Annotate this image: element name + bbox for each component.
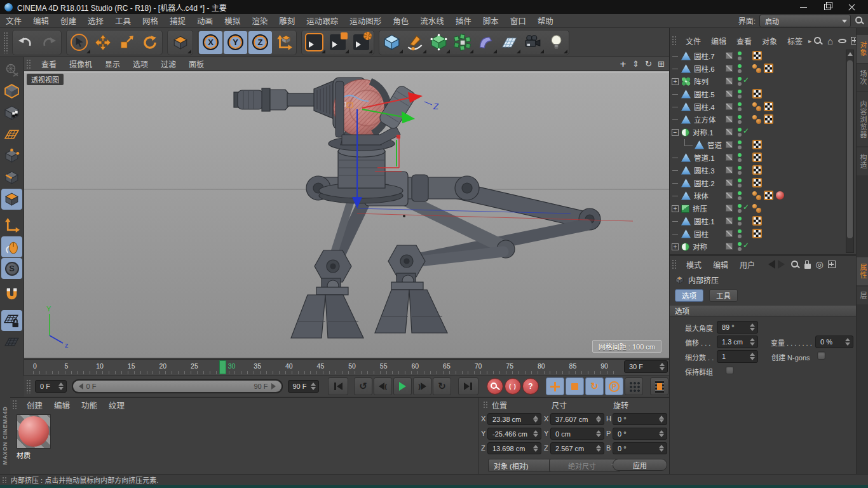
object-manager-drag-handle[interactable] — [672, 36, 677, 46]
layer-box[interactable] — [726, 52, 733, 59]
visibility-dots[interactable] — [738, 191, 742, 200]
play-button[interactable] — [393, 377, 412, 395]
enabled-check-icon[interactable]: ✓ — [743, 126, 749, 135]
uvw-tag-icon[interactable] — [764, 191, 773, 200]
menu-item[interactable]: 脚本 — [477, 15, 505, 27]
open-timeline-button[interactable] — [650, 377, 668, 395]
tweak-mode-button[interactable] — [1, 236, 22, 257]
lock-z-axis-button[interactable]: Z — [248, 31, 272, 54]
layer-box[interactable] — [726, 154, 733, 161]
menu-item[interactable]: 用户 — [734, 259, 761, 270]
uvw-tag-icon[interactable] — [752, 178, 762, 187]
scale-button[interactable] — [114, 31, 138, 54]
texture-mode-button[interactable] — [1, 102, 22, 123]
menu-item[interactable]: 编辑 — [27, 15, 55, 27]
apply-button[interactable]: 应用 — [613, 459, 667, 471]
offset-field[interactable]: 1.3 cm — [717, 336, 758, 348]
search-icon[interactable] — [813, 36, 824, 46]
object-name[interactable]: 管道 — [707, 140, 722, 150]
layer-box[interactable] — [726, 65, 733, 72]
timeline-playhead[interactable] — [219, 360, 226, 374]
object-name[interactable]: 圆柱 — [694, 229, 709, 239]
search-icon[interactable] — [855, 16, 864, 25]
go-to-previous-key-button[interactable]: ↺ — [354, 377, 372, 395]
attribute-drag-handle[interactable] — [672, 259, 677, 269]
range-start-spinner[interactable]: 0 F — [35, 380, 67, 393]
add-panel-icon[interactable] — [826, 259, 837, 270]
toggle-views-icon[interactable]: ⊞ — [656, 58, 667, 69]
enable-axis-button[interactable] — [1, 215, 22, 236]
key-scale-button[interactable] — [566, 377, 584, 395]
layer-box[interactable] — [726, 243, 733, 250]
lock-workplane-button[interactable] — [1, 310, 22, 331]
max-angle-field[interactable]: 89 ° — [717, 321, 758, 334]
add-cube-primitive-button[interactable] — [380, 31, 403, 54]
model-mode-button[interactable] — [1, 81, 22, 102]
close-button[interactable] — [839, 0, 864, 14]
menu-item[interactable]: 网格 — [137, 15, 164, 27]
enable-snap-button[interactable] — [1, 284, 22, 305]
visibility-dots[interactable] — [738, 242, 742, 251]
layer-box[interactable] — [726, 103, 733, 110]
visibility-dots[interactable] — [738, 153, 742, 162]
add-environment-floor-button[interactable] — [498, 31, 521, 54]
object-row[interactable]: 立方体 — [670, 113, 845, 126]
object-name[interactable]: 圆柱.1 — [694, 216, 715, 226]
object-row[interactable]: 管道 — [670, 139, 845, 151]
menu-item[interactable]: 角色 — [387, 15, 414, 27]
position-y-field[interactable]: -25.466 cm — [487, 428, 541, 440]
view-name-label[interactable]: 透视视图 — [27, 74, 64, 85]
render-view-button[interactable] — [302, 31, 326, 54]
menu-item[interactable]: 编辑 — [706, 36, 731, 46]
keyframe-help-button[interactable]: ? — [522, 378, 539, 395]
layer-box[interactable] — [726, 166, 733, 173]
object-name[interactable]: 管道.1 — [694, 152, 715, 163]
object-row[interactable]: 圆柱.2 — [670, 177, 845, 189]
menu-item[interactable]: 编辑 — [707, 259, 734, 270]
menu-item[interactable]: 创建 — [21, 399, 48, 411]
subdivision-field[interactable]: 1 — [717, 350, 758, 363]
expand-toggle[interactable]: − — [672, 129, 679, 136]
lock-icon[interactable] — [802, 259, 813, 270]
add-spline-pen-button[interactable] — [403, 31, 427, 54]
restore-button[interactable] — [815, 0, 839, 14]
object-row[interactable]: 圆柱.1 — [670, 215, 845, 227]
add-subdivision-surface-button[interactable] — [427, 31, 451, 54]
uvw-tag-icon[interactable] — [752, 165, 762, 175]
undo-button[interactable] — [13, 31, 37, 54]
visibility-dots[interactable] — [738, 217, 742, 226]
autokey-button[interactable]: ( ) — [505, 378, 521, 395]
range-end-spinner[interactable]: 90 F — [288, 380, 320, 393]
object-name[interactable]: 圆柱.5 — [694, 89, 715, 99]
status-drag-handle[interactable] — [2, 477, 8, 483]
menu-item[interactable]: 帮助 — [532, 15, 559, 27]
more-arrow-icon[interactable]: ▸ — [808, 37, 811, 44]
menu-item[interactable]: 流水线 — [414, 15, 450, 27]
menu-item[interactable]: 工具 — [109, 15, 137, 27]
add-mograph-cloner-button[interactable] — [451, 31, 474, 54]
size-y-field[interactable]: 0 cm — [550, 428, 604, 440]
workplane-button[interactable] — [1, 332, 22, 353]
rotate-button[interactable] — [138, 31, 161, 54]
menu-item[interactable]: 对象 — [757, 36, 782, 46]
layer-box[interactable] — [726, 230, 733, 237]
menu-item[interactable]: 功能 — [76, 399, 103, 411]
expand-toggle[interactable]: + — [672, 243, 679, 250]
polygons-mode-button[interactable] — [1, 189, 22, 210]
object-name[interactable]: 圆柱.2 — [694, 178, 715, 188]
layer-box[interactable] — [726, 90, 733, 97]
phong-tag-icon[interactable] — [752, 191, 762, 200]
menu-item[interactable]: 过滤 — [154, 58, 182, 69]
visibility-dots[interactable] — [738, 64, 742, 73]
transport-drag-handle[interactable] — [26, 379, 32, 393]
create-ngons-checkbox[interactable] — [817, 351, 825, 360]
current-frame-spinner[interactable]: 30 F — [624, 360, 668, 373]
attribute-dock-tab-2[interactable]: 层 — [857, 287, 868, 304]
lock-x-axis-button[interactable]: X — [199, 31, 222, 54]
menu-item[interactable]: 编辑 — [48, 399, 76, 411]
size-z-field[interactable]: 2.567 cm — [550, 442, 604, 454]
object-tree-scrollbar[interactable] — [846, 50, 854, 253]
visibility-dots[interactable] — [738, 51, 742, 60]
uvw-tag-icon[interactable] — [752, 229, 762, 238]
menu-item[interactable]: 捕捉 — [164, 15, 191, 27]
